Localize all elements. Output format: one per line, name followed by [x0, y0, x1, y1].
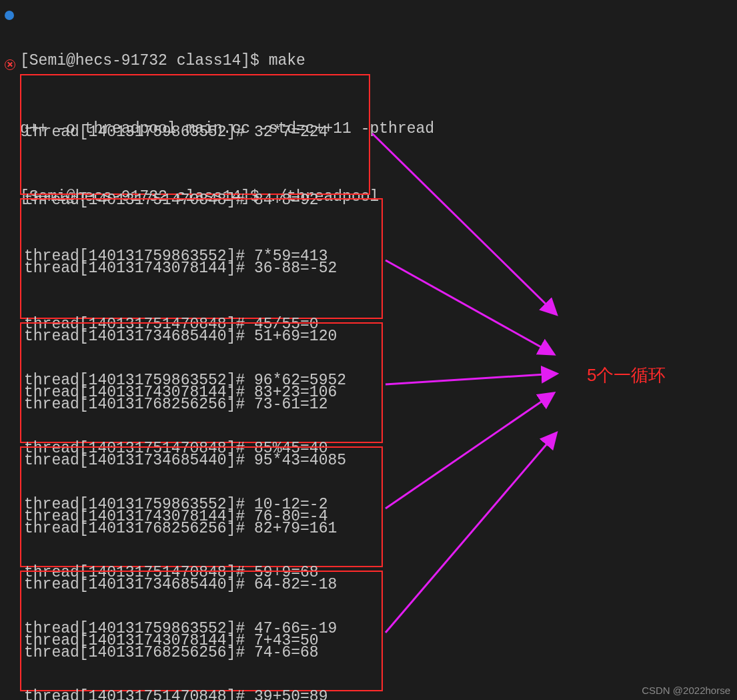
thread-output-line: thread[140131751470848]# 39+50=89: [24, 685, 379, 700]
thread-output-line: thread[140131759863552]# 10-12=-2: [24, 493, 379, 516]
thread-output-line: thread[140131759863552]# 96*62=5952: [24, 369, 379, 392]
svg-line-2: [386, 374, 556, 384]
watermark-text: CSDN @2022horse: [642, 685, 730, 696]
output-group-1: thread[140131759863552]# 32*7=224 thread…: [20, 74, 370, 195]
output-group-4: thread[140131759863552]# 10-12=-2 thread…: [20, 446, 383, 567]
prompt-line-1: [Semi@hecs-91732 class14]$ make: [20, 49, 434, 72]
svg-line-3: [386, 394, 553, 508]
annotation-label: 5个一循环: [587, 364, 666, 387]
editor-gutter: [0, 0, 19, 700]
svg-line-1: [386, 260, 553, 354]
error-circle-icon: [5, 59, 15, 70]
thread-output-line: thread[140131759863552]# 47-66=-19: [24, 617, 379, 640]
thread-output-line: thread[140131759863552]# 32*7=224: [24, 121, 366, 143]
output-group-5: thread[140131759863552]# 47-66=-19 threa…: [20, 571, 383, 691]
output-group-2: thread[140131759863552]# 7*59=413 thread…: [20, 198, 383, 319]
svg-line-4: [386, 434, 556, 633]
thread-output-line: thread[140131759863552]# 7*59=413: [24, 245, 379, 268]
terminal-screenshot: { "gutter": { "dot_color": "#2c7fd6", "e…: [0, 0, 737, 700]
output-group-3: thread[140131759863552]# 96*62=5952 thre…: [20, 322, 383, 443]
breakpoint-dot-icon: [5, 11, 14, 20]
